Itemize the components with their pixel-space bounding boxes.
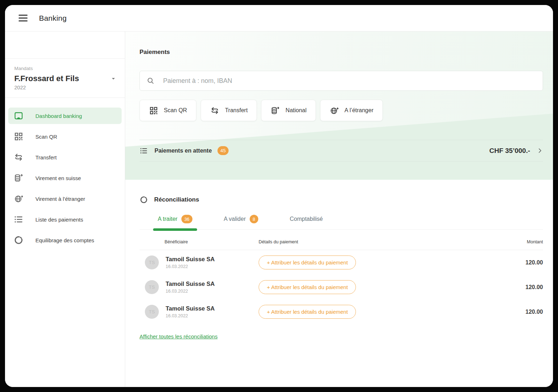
globe-icon: [14, 194, 24, 204]
dashboard-icon: [14, 111, 24, 121]
transfer-arrows-icon: [210, 106, 220, 115]
avatar: TS: [145, 255, 159, 269]
assign-details-button[interactable]: + Attribuer les détails du paiement: [259, 280, 356, 294]
sidebar-item-label: Virement en suisse: [35, 175, 81, 181]
top-bar: Banking: [5, 5, 553, 31]
tab-label: A traiter: [158, 216, 177, 222]
show-all-reconciliations-link[interactable]: Afficher toutes les réconciliations: [140, 333, 217, 339]
pending-payments-label: Paiements en attente: [155, 148, 212, 154]
action-label: A l’étranger: [344, 107, 373, 114]
tab-label: A valider: [224, 216, 246, 222]
payments-section: Paiements Scan QR Transfert: [125, 31, 553, 180]
reconciliations-section: Réconciliations A traiter 36 A valider 8…: [125, 195, 553, 340]
scan-qr-button[interactable]: Scan QR: [140, 100, 196, 121]
sidebar-item-liste-paiements[interactable]: Liste des paiements: [8, 211, 122, 228]
sidebar-item-label: Transfert: [35, 154, 57, 160]
qr-code-icon: [14, 132, 24, 142]
payment-search-input[interactable]: [162, 77, 536, 85]
mandate-year: 2022: [14, 85, 117, 90]
avatar: TS: [145, 305, 159, 319]
tab-count-badge: 8: [250, 215, 258, 223]
payment-date: 16.03.2022: [166, 264, 215, 269]
avatar: TS: [145, 280, 159, 294]
tab-comptabilise[interactable]: Comptabilisé: [285, 215, 327, 229]
assign-details-button[interactable]: + Attribuer les détails du paiement: [259, 255, 356, 269]
reconciliations-title: Réconciliations: [154, 196, 199, 203]
mandates-label: Mandats: [14, 66, 117, 71]
column-header-montant: Montant: [496, 239, 543, 244]
payments-title: Paiements: [140, 31, 543, 56]
column-header-details: Détails du paiement: [259, 239, 496, 244]
sidebar-menu: Dashboard banking Scan QR Transfert Vire…: [5, 108, 125, 248]
table-row: TS Tamoil Suisse SA 16.03.2022 + Attribu…: [140, 250, 543, 275]
sidebar-item-virement-etranger[interactable]: Virement à l’étranger: [8, 190, 122, 207]
sidebar-item-label: Virement à l’étranger: [35, 196, 85, 202]
transfert-button[interactable]: Transfert: [201, 100, 257, 121]
pending-count-badge: 45: [217, 146, 229, 155]
action-label: Scan QR: [164, 107, 187, 114]
chevron-right-icon[interactable]: [537, 148, 543, 154]
mandate-selector[interactable]: Mandats F.Frossard et Fils 2022: [5, 58, 125, 98]
tab-a-valider[interactable]: A valider 8: [219, 215, 263, 229]
table-row: TS Tamoil Suisse SA 16.03.2022 + Attribu…: [140, 275, 543, 299]
tab-label: Comptabilisé: [290, 216, 323, 222]
tab-a-traiter[interactable]: A traiter 36: [153, 215, 197, 229]
list-icon: [140, 147, 148, 155]
hamburger-icon: [19, 15, 28, 16]
list-icon: [14, 214, 24, 224]
app-window: Banking Mandats F.Frossard et Fils 2022 …: [5, 5, 553, 387]
beneficiary-name: Tamoil Suisse SA: [166, 305, 215, 312]
action-label: National: [285, 107, 307, 114]
sidebar-item-scan-qr[interactable]: Scan QR: [8, 128, 122, 145]
coins-icon: [270, 106, 280, 115]
sidebar-item-dashboard-banking[interactable]: Dashboard banking: [8, 108, 122, 124]
transfer-arrows-icon: [14, 152, 24, 162]
quick-actions: Scan QR Transfert National A l’étranger: [140, 100, 543, 121]
reconciliation-tabs: A traiter 36 A valider 8 Comptabilisé: [140, 215, 543, 230]
sidebar-item-transfert[interactable]: Transfert: [8, 149, 122, 165]
payment-amount: 120.00: [496, 284, 543, 291]
coins-icon: [14, 173, 24, 183]
beneficiary-name: Tamoil Suisse SA: [166, 256, 215, 263]
sidebar-item-label: Equilibrage des comptes: [35, 237, 94, 243]
table-header: Bénéficiaire Détails du paiement Montant: [140, 230, 543, 250]
sidebar-item-label: Scan QR: [35, 134, 57, 140]
globe-icon: [329, 106, 339, 115]
payment-date: 16.03.2022: [166, 289, 215, 294]
main-content: Paiements Scan QR Transfert: [125, 31, 553, 387]
action-label: Transfert: [225, 107, 248, 114]
sidebar: Mandats F.Frossard et Fils 2022 Dashboar…: [5, 31, 125, 387]
sidebar-item-equilibrage-comptes[interactable]: Equilibrage des comptes: [8, 232, 122, 248]
sync-icon: [140, 195, 148, 204]
sidebar-item-label: Liste des paiements: [35, 217, 83, 223]
sidebar-item-label: Dashboard banking: [35, 113, 82, 119]
assign-details-button[interactable]: + Attribuer les détails du paiement: [259, 305, 356, 319]
column-header-beneficiaire: Bénéficiaire: [140, 239, 259, 244]
sync-icon: [14, 235, 24, 245]
tab-count-badge: 36: [181, 215, 192, 223]
payment-date: 16.03.2022: [166, 313, 215, 318]
etranger-button[interactable]: A l’étranger: [320, 100, 383, 121]
app-title: Banking: [39, 14, 67, 23]
beneficiary-name: Tamoil Suisse SA: [166, 281, 215, 288]
payment-amount: 120.00: [496, 259, 543, 266]
sidebar-item-virement-suisse[interactable]: Virement en suisse: [8, 170, 122, 186]
payment-search[interactable]: [140, 71, 543, 91]
qr-code-icon: [149, 106, 158, 115]
caret-down-icon[interactable]: [110, 75, 117, 82]
table-row: TS Tamoil Suisse SA 16.03.2022 + Attribu…: [140, 299, 543, 324]
national-button[interactable]: National: [261, 100, 316, 121]
pending-total-amount: CHF 35’000.-: [489, 147, 530, 155]
mandate-name: F.Frossard et Fils: [14, 74, 79, 83]
search-icon: [147, 77, 155, 85]
payment-amount: 120.00: [496, 309, 543, 315]
pending-payments-row[interactable]: Paiements en attente 45 CHF 35’000.-: [140, 140, 543, 162]
menu-button[interactable]: [18, 13, 28, 23]
